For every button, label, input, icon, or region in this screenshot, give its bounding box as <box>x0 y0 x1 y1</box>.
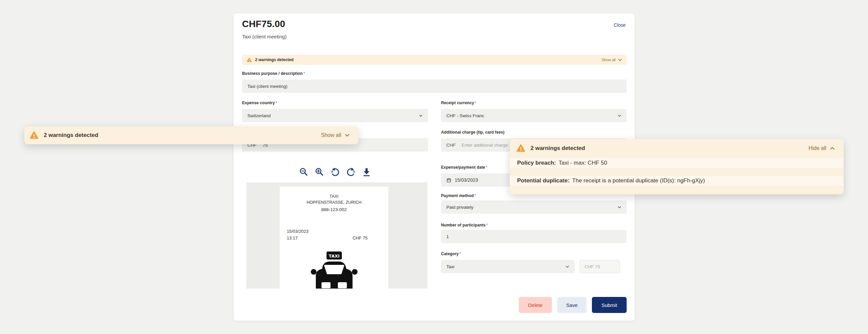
warning-banner-text: 2 warnings detected <box>255 57 293 62</box>
warning-item-potential-duplicate: Potential duplicate: The receipt is a po… <box>510 176 844 186</box>
submit-button[interactable]: Submit <box>592 297 627 313</box>
chevron-down-icon <box>618 114 621 118</box>
warning-panel-header: 2 warnings detected Hide all <box>517 144 835 153</box>
category-select[interactable]: Taxi <box>441 260 575 273</box>
warning-icon <box>517 144 525 153</box>
required-marker: * <box>304 71 305 76</box>
calendar-icon <box>446 178 452 183</box>
business-purpose-label: Business purpose / description* <box>242 71 305 76</box>
warning-icon <box>247 57 252 62</box>
receipt-date: 15/03/2023 <box>287 229 308 234</box>
rotate-right-icon[interactable] <box>346 167 356 177</box>
participants-input[interactable]: 1 <box>441 230 627 243</box>
chevron-down-icon <box>344 133 350 138</box>
warning-panel-title: 2 warnings detected <box>530 145 585 152</box>
show-all-button[interactable]: Show all <box>601 58 622 62</box>
participants-label: Number of participants* <box>441 223 488 227</box>
expense-country-label: Expense country* <box>242 100 277 105</box>
receipt-currency-select[interactable]: CHF - Swiss Franc <box>441 109 627 122</box>
category-label: Category* <box>441 251 461 256</box>
receipt-toolbar <box>242 166 428 178</box>
chevron-down-icon <box>618 58 622 62</box>
chevron-down-icon <box>618 205 621 209</box>
warning-panel: 2 warnings detected Hide all Policy brea… <box>510 139 844 194</box>
business-purpose-input[interactable]: Taxi (client meeting) <box>242 80 627 93</box>
taxi-icon: TAXI <box>309 251 360 289</box>
show-all-button-large[interactable]: Show all <box>321 132 350 138</box>
receipt-merchant: TAXI <box>280 194 388 199</box>
hide-all-button[interactable]: Hide all <box>809 145 835 151</box>
chevron-up-icon <box>830 146 835 151</box>
expense-amount-title: CHF75.00 <box>242 19 285 29</box>
close-button[interactable]: Close <box>614 22 626 28</box>
receipt-image: TAXI HOPFENSTRASSE, ZURICH 888-123-002 1… <box>280 187 388 289</box>
warning-tooltip: 2 warnings detected Show all <box>24 126 358 144</box>
receipt-amount: CHF 75 <box>352 236 368 241</box>
delete-button[interactable]: Delete <box>519 297 552 313</box>
zoom-in-icon[interactable] <box>314 167 324 177</box>
expense-subtitle: Taxi (client meeting) <box>242 34 286 39</box>
warning-icon <box>30 131 38 140</box>
screen: { "ui": { "required_marker": "*" }, "col… <box>0 0 868 334</box>
chevron-down-icon <box>419 114 423 118</box>
receipt-address: HOPFENSTRASSE, ZURICH <box>280 200 388 205</box>
footer-actions: Delete Save Submit <box>519 297 627 313</box>
category-amount-box: CHF 75 <box>580 260 620 273</box>
receipt-phone: 888-123-002 <box>280 207 388 212</box>
download-icon[interactable] <box>362 167 372 177</box>
save-button[interactable]: Save <box>557 297 587 313</box>
expense-country-select[interactable]: Switzerland <box>242 109 428 122</box>
additional-charge-label: Additional charge (tip, card fees) <box>441 130 504 134</box>
receipt-currency-label: Receipt currency* <box>441 100 476 105</box>
chevron-down-icon <box>565 265 569 269</box>
warning-item-policy-breach: Policy breach: Taxi - max: CHF 50 <box>510 158 844 168</box>
expense-date-label: Expense/payment date* <box>441 165 488 170</box>
warning-banner: 2 warnings detected Show all <box>242 55 627 65</box>
payment-method-label: Payment method* <box>441 193 476 198</box>
svg-text:TAXI: TAXI <box>329 253 340 259</box>
receipt-canvas: TAXI HOPFENSTRASSE, ZURICH 888-123-002 1… <box>246 182 427 289</box>
payment-method-select[interactable]: Paid privately <box>441 201 627 214</box>
rotate-left-icon[interactable] <box>330 167 340 177</box>
receipt-time: 13:17 <box>287 236 298 241</box>
warning-tooltip-text: 2 warnings detected <box>44 132 98 139</box>
zoom-out-icon[interactable] <box>299 167 309 177</box>
